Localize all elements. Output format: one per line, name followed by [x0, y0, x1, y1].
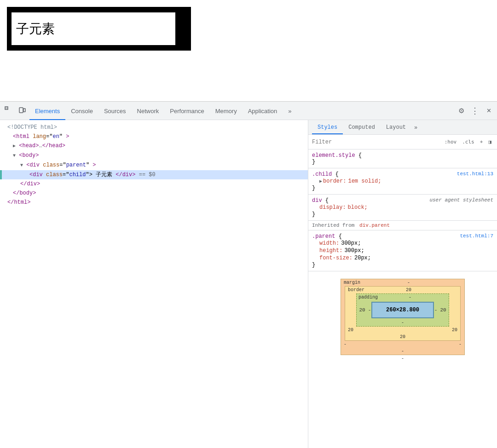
bm-padding-bottom-row: - — [357, 319, 449, 326]
parent-height-property: height: 300px; — [312, 247, 493, 254]
filter-cls-btn[interactable]: .cls — [460, 138, 476, 146]
bm-content-dash-left: - — [368, 307, 371, 313]
styles-tabs: Styles Computed Layout » — [308, 120, 497, 135]
element-style-close: } — [312, 159, 493, 165]
display-prop-name: display: — [319, 204, 346, 211]
more-options-icon: ⋮ — [471, 106, 479, 116]
html-line-body-close[interactable]: </body> — [0, 189, 308, 198]
bm-border-bottom-val: 20 — [400, 334, 405, 339]
tab-console[interactable]: Console — [65, 103, 98, 120]
element-style-selector: element.style { — [312, 152, 493, 159]
inspect-icon — [5, 106, 12, 115]
parent-rule-close: } — [312, 262, 493, 268]
width-prop-name: width: — [319, 240, 339, 247]
filter-plus-btn[interactable]: + — [478, 138, 485, 146]
bm-margin-top-row: margin - — [341, 279, 464, 286]
parent-fontsize-property: font-size: 20px; — [312, 254, 493, 262]
inherited-class[interactable]: div.parent — [359, 223, 390, 228]
bm-border-middle-row: 20 20 — [345, 327, 460, 333]
preview-area: 子元素 — [0, 0, 497, 101]
child-rule-close: } — [312, 185, 493, 191]
bm-border-left-val: 20 — [348, 327, 353, 333]
div-rule-close: } — [312, 211, 493, 218]
filter-toggle-btn[interactable]: ◨ — [486, 138, 493, 146]
tab-performance[interactable]: Performance — [164, 103, 209, 120]
tab-sources[interactable]: Sources — [98, 103, 132, 120]
border-arrow-icon[interactable]: ▶ — [319, 178, 322, 184]
bm-padding-bottom-val: - — [401, 320, 404, 325]
parent-rule-source[interactable]: test.html:7 — [460, 233, 493, 239]
html-line-div-parent[interactable]: ▼ <div class="parent" > — [0, 161, 308, 170]
bm-padding-label: padding — [358, 295, 378, 300]
bm-border-right-val: 20 — [452, 327, 457, 333]
tab-memory[interactable]: Memory — [210, 103, 243, 120]
close-icon: ✕ — [486, 107, 491, 114]
html-line-div-parent-close[interactable]: </div> — [0, 179, 308, 189]
html-line-div-child[interactable]: <div class="child"> 子元素 </div> == $0 — [0, 170, 308, 179]
html-line-doctype[interactable]: <!DOCTYPE html> — [0, 123, 308, 132]
bm-padding-top-row: padding - — [357, 294, 449, 301]
device-toggle-btn[interactable] — [16, 104, 29, 117]
preview-text: 子元素 — [16, 20, 55, 38]
styles-tab-layout[interactable]: Layout — [381, 121, 411, 134]
styles-tab-more[interactable]: » — [411, 121, 420, 134]
style-section-parent: test.html:7 .parent { width: 300px; heig… — [308, 230, 497, 271]
bm-margin-right-val: - — [459, 342, 462, 347]
width-prop-value: 300px; — [341, 240, 361, 247]
device-icon — [18, 106, 26, 115]
styles-tab-styles[interactable]: Styles — [312, 121, 343, 134]
style-section-child: test.html:13 .child { ▶ border: 1em soli… — [308, 168, 497, 195]
bm-content-right-val: 20 — [438, 307, 449, 313]
inherited-from-label: Inherited from div.parent — [308, 221, 497, 230]
bm-margin-left-val: - — [344, 342, 347, 347]
bm-margin-label: margin — [344, 280, 360, 285]
style-section-element: element.style { } — [308, 149, 497, 168]
filter-hov-btn[interactable]: :hov — [443, 138, 459, 146]
filter-buttons: :hov .cls + ◨ — [443, 138, 493, 146]
styles-tab-computed[interactable]: Computed — [343, 121, 381, 134]
div-selector: div — [312, 197, 322, 204]
parent-rule-header: test.html:7 .parent { — [312, 233, 493, 240]
tab-application[interactable]: Application — [243, 103, 283, 120]
toolbar-right: ⚙ ⋮ ✕ — [455, 104, 495, 117]
elements-panel: <!DOCTYPE html> <html lang="en" > ▶ <hea… — [0, 120, 308, 448]
html-line-html-close[interactable]: </html> — [0, 198, 308, 207]
display-prop-value: block; — [348, 204, 368, 211]
html-line-body-open[interactable]: ▼ <body> — [0, 151, 308, 161]
fontsize-prop-value: 20px; — [354, 255, 371, 261]
bm-margin-bottom-row: - — [341, 348, 464, 355]
styles-filter-input[interactable] — [312, 139, 440, 145]
div-ua-source: user agent stylesheet — [429, 197, 493, 203]
child-border-property: ▶ border: 1em solid; — [312, 178, 493, 185]
close-btn[interactable]: ✕ — [482, 104, 495, 117]
bm-margin-layer: margin - border 20 — [341, 279, 465, 355]
html-line-head[interactable]: ▶ <head>…</head> — [0, 141, 308, 151]
border-prop-value: 1em solid; — [348, 178, 381, 184]
inspect-icon-btn[interactable] — [2, 104, 15, 117]
devtools-panel: Elements Console Sources Network Perform… — [0, 101, 497, 448]
bm-border-top-row: border 20 — [345, 287, 460, 293]
child-selector: .child — [312, 171, 332, 178]
settings-btn[interactable]: ⚙ — [455, 104, 468, 117]
tab-more[interactable]: » — [283, 103, 297, 120]
more-options-btn[interactable]: ⋮ — [468, 104, 481, 117]
child-rule-source[interactable]: test.html:13 — [457, 171, 493, 177]
bm-content-dash-right: - — [434, 307, 438, 313]
border-prop-name: border: — [323, 178, 346, 184]
styles-panel: Styles Computed Layout » :hov .cls + — [308, 120, 497, 448]
svg-rect-3 — [23, 109, 25, 112]
fontsize-prop-name: font-size: — [319, 255, 353, 261]
preview-inner: 子元素 — [11, 11, 176, 46]
tab-network[interactable]: Network — [132, 103, 165, 120]
box-model-section: margin - border 20 — [308, 271, 497, 369]
bm-content-row: 20 - 260×28.800 - 20 — [357, 302, 449, 318]
div-rule-header: user agent stylesheet div { — [312, 197, 493, 204]
div-display-property: display: block; — [312, 204, 493, 211]
bm-margin-middle-row: - - — [341, 341, 464, 348]
bm-margin-dash: - — [407, 280, 410, 285]
bm-border-bottom-row: 20 — [345, 333, 460, 340]
svg-rect-2 — [19, 108, 23, 113]
height-prop-value: 300px; — [344, 247, 364, 254]
tab-elements[interactable]: Elements — [29, 103, 65, 120]
html-line-html[interactable]: <html lang="en" > — [0, 132, 308, 141]
